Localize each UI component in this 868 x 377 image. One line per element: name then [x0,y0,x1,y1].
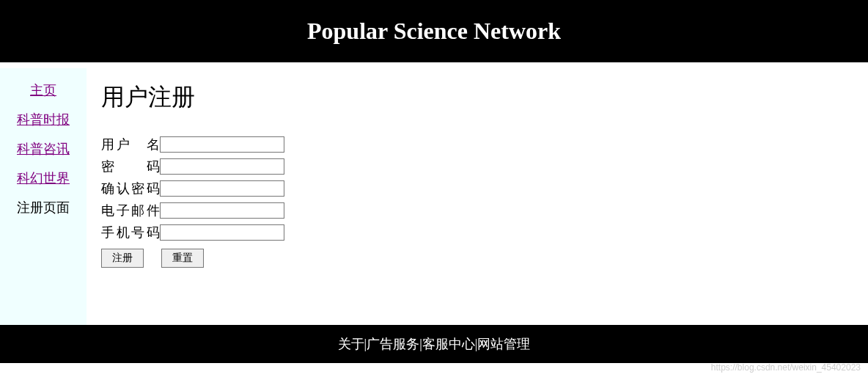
content-area: 主页 科普时报 科普咨讯 科幻世界 注册页面 用户注册 用户 名 密 码 确认密… [0,68,868,325]
sidebar-item-register: 注册页面 [0,193,87,222]
form-row-confirm: 确认密码 [101,180,853,197]
footer-text: 关于|广告服务|客服中心|网站管理 [338,337,531,351]
header-spacer [0,62,868,68]
password-label: 密 码 [101,158,160,175]
password-input[interactable] [160,158,284,175]
form-row-email: 电子邮件 [101,202,853,219]
form-row-username: 用户 名 [101,136,853,153]
sidebar-item-home[interactable]: 主页 [0,76,87,105]
email-input[interactable] [160,202,284,219]
form-row-password: 密 码 [101,158,853,175]
confirm-password-label: 确认密码 [101,180,160,197]
username-label: 用户 名 [101,136,160,153]
sidebar-item-news[interactable]: 科普咨讯 [0,134,87,164]
phone-input[interactable] [160,224,284,241]
site-footer: 关于|广告服务|客服中心|网站管理 [0,325,868,363]
sidebar-item-scifi[interactable]: 科幻世界 [0,164,87,193]
email-label: 电子邮件 [101,202,160,219]
register-button[interactable]: 注册 [101,249,144,268]
site-header: Popular Science Network [0,0,868,62]
button-row: 注册 重置 [101,249,853,268]
sidebar: 主页 科普时报 科普咨讯 科幻世界 注册页面 [0,68,87,325]
phone-label: 手机号码 [101,224,160,241]
form-row-phone: 手机号码 [101,224,853,241]
reset-button[interactable]: 重置 [161,249,204,268]
page-title: 用户注册 [101,81,853,114]
watermark: https://blog.csdn.net/weixin_45402023 [711,362,861,373]
username-input[interactable] [160,136,284,153]
site-title: Popular Science Network [307,18,561,44]
main-content: 用户注册 用户 名 密 码 确认密码 电子邮件 手机号码 注册 重置 [87,68,868,325]
sidebar-item-times[interactable]: 科普时报 [0,105,87,134]
confirm-password-input[interactable] [160,180,284,197]
